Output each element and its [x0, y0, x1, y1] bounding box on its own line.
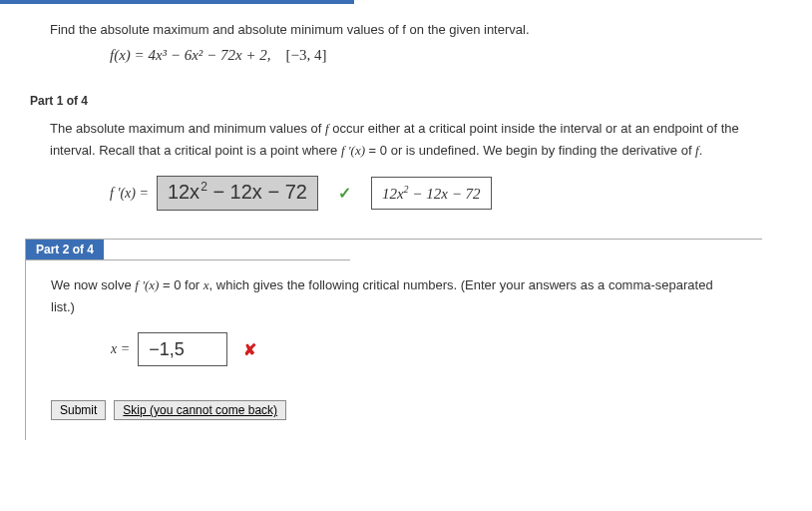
input-value: −1,5	[149, 339, 185, 360]
part2-label: Part 2 of 4	[26, 240, 104, 260]
deriv-lhs: f '(x) =	[110, 186, 149, 202]
math-preview: 12x2 − 12x − 72	[371, 177, 492, 210]
func-lhs: f(x) =	[110, 47, 148, 63]
part1-label: Part 1 of 4	[30, 94, 762, 108]
p1-fprime: f '(x)	[341, 143, 365, 158]
derivative-row: f '(x) = 12x2 − 12x − 72 ✓ 12x2 − 12x − …	[50, 176, 762, 211]
part2-tab-border	[104, 240, 350, 260]
interval: [−3, 4]	[286, 47, 327, 63]
part2-container: Part 2 of 4 We now solve f '(x) = 0 for …	[25, 239, 762, 440]
x-equals: x =	[111, 341, 130, 357]
content-area: Find the absolute maximum and absolute m…	[0, 4, 812, 440]
p1-d: .	[699, 143, 703, 158]
checkmark-icon: ✓	[338, 184, 351, 203]
critical-numbers-input[interactable]: −1,5	[138, 332, 227, 366]
ans-rest: − 12x − 72	[212, 181, 307, 204]
submit-button[interactable]: Submit	[51, 400, 106, 420]
function-definition: f(x) = 4x³ − 6x² − 72x + 2, [−3, 4]	[50, 44, 762, 67]
preview-text: 12x2 − 12x − 72	[382, 186, 481, 202]
part1-text: The absolute maximum and minimum values …	[50, 118, 762, 162]
question-prompt: Find the absolute maximum and absolute m…	[50, 20, 762, 66]
skip-button[interactable]: Skip (you cannot come back)	[114, 400, 286, 420]
part2-text: We now solve f '(x) = 0 for x, which giv…	[51, 274, 737, 318]
cross-icon: ✘	[243, 340, 256, 359]
prompt-text: Find the absolute maximum and absolute m…	[50, 22, 530, 37]
part2-body: We now solve f '(x) = 0 for x, which giv…	[26, 260, 762, 440]
button-row: Submit Skip (you cannot come back)	[51, 400, 737, 420]
answer-box-correct: 12x2 − 12x − 72	[157, 176, 318, 211]
p1-c: = 0 or is undefined. We begin by finding…	[365, 143, 695, 158]
p2-b: = 0 for	[159, 277, 203, 292]
ans-exp: 2	[201, 180, 207, 194]
p1-a: The absolute maximum and minimum values …	[50, 121, 325, 136]
p2-fprime: f '(x)	[135, 277, 159, 292]
p2-a: We now solve	[51, 277, 135, 292]
ans-term1: 12x	[168, 181, 200, 204]
func-rhs: 4x³ − 6x² − 72x + 2,	[148, 47, 270, 63]
solve-row: x = −1,5 ✘	[51, 332, 737, 366]
